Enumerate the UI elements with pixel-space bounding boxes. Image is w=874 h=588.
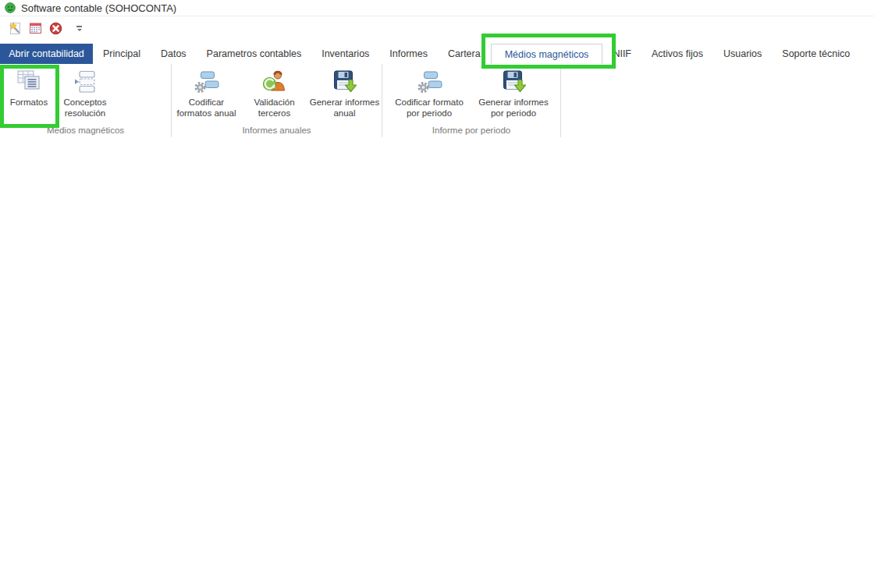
- group-label-medios-magneticos: Medios magnéticos: [0, 126, 171, 135]
- codificar-formatos-anual-button[interactable]: Codificar formatos anual: [172, 66, 241, 119]
- tab-datos[interactable]: Datos: [151, 44, 197, 64]
- ribbon-group-medios-magneticos: Formatos Conceptos resolución Medios mag…: [0, 64, 172, 137]
- grid-calendar-icon: [29, 22, 42, 35]
- conceptos-resolucion-button-label: Conceptos resolución: [56, 97, 114, 119]
- conceptos-resolucion-button[interactable]: Conceptos resolución: [55, 66, 115, 119]
- concepts-list-icon: [73, 69, 98, 94]
- tab-parametros-contables[interactable]: Parametros contables: [197, 44, 312, 64]
- ribbon-group-informes-anuales: Codificar formatos anual Validación terc…: [172, 64, 382, 137]
- content-area: [0, 137, 874, 588]
- group-label-informe-por-periodo: Informe por periodo: [382, 126, 560, 135]
- generar-informes-por-periodo-button[interactable]: Generar informes por periodo: [472, 66, 555, 119]
- tab-abrir-contabilidad[interactable]: Abrir contabilidad: [0, 44, 93, 64]
- codificar-formatos-anual-label: Codificar formatos anual: [174, 97, 240, 119]
- tab-niif[interactable]: NIIF: [602, 44, 641, 64]
- validacion-terceros-button[interactable]: Validación terceros: [243, 66, 307, 119]
- tab-medios-magneticos-label: Médios magnéticos: [505, 49, 589, 60]
- validate-person-icon: [261, 69, 287, 94]
- tab-informes[interactable]: Informes: [379, 44, 438, 64]
- save-report-icon: [332, 69, 357, 94]
- tab-medios-magneticos[interactable]: Médios magnéticos: [491, 44, 603, 65]
- group-label-informes-anuales: Informes anuales: [172, 126, 382, 135]
- tab-activos-fijos[interactable]: Activos fijos: [641, 44, 713, 64]
- ribbon-group-informe-por-periodo: Codificar formato por periodo Generar in…: [382, 64, 561, 137]
- validacion-terceros-label: Validación terceros: [244, 97, 305, 119]
- save-report-icon: [501, 69, 527, 94]
- generar-informes-por-periodo-label: Generar informes por periodo: [474, 97, 553, 119]
- customize-toolbar-icon: [76, 26, 82, 27]
- encode-gear-icon: [417, 69, 442, 94]
- formatos-button-label: Formatos: [10, 97, 48, 119]
- tab-cartera[interactable]: Cartera: [438, 44, 491, 64]
- tab-inventarios[interactable]: Inventarios: [311, 44, 379, 64]
- ribbon: Formatos Conceptos resolución Medios mag…: [0, 64, 874, 138]
- quick-access-toolbar: [7, 20, 84, 37]
- codificar-formato-por-periodo-label: Codificar formato por periodo: [389, 97, 469, 119]
- ribbon-tab-bar: Abrir contabilidad Principal Datos Param…: [0, 44, 874, 65]
- encode-gear-icon: [194, 69, 219, 94]
- qat-overflow-button[interactable]: [74, 23, 84, 34]
- tab-soporte-tecnico[interactable]: Soporte técnico: [772, 44, 860, 64]
- tab-principal[interactable]: Principal: [93, 44, 151, 64]
- window-title: Software contable (SOHOCONTA): [21, 2, 176, 14]
- wizard-button[interactable]: [7, 20, 23, 37]
- formats-icon: [16, 69, 42, 94]
- generar-informes-anual-label: Generar informes anual: [310, 97, 380, 119]
- title-bar: Software contable (SOHOCONTA): [0, 0, 874, 16]
- close-icon: [49, 22, 62, 35]
- app-icon: [5, 2, 16, 13]
- close-button[interactable]: [48, 20, 64, 37]
- codificar-formato-por-periodo-button[interactable]: Codificar formato por periodo: [388, 66, 471, 119]
- grid-button[interactable]: [27, 20, 44, 37]
- formatos-button[interactable]: Formatos: [3, 66, 55, 119]
- tab-usuarios[interactable]: Usuarios: [713, 44, 772, 64]
- wizard-icon: [9, 22, 22, 35]
- generar-informes-anual-button[interactable]: Generar informes anual: [308, 66, 382, 119]
